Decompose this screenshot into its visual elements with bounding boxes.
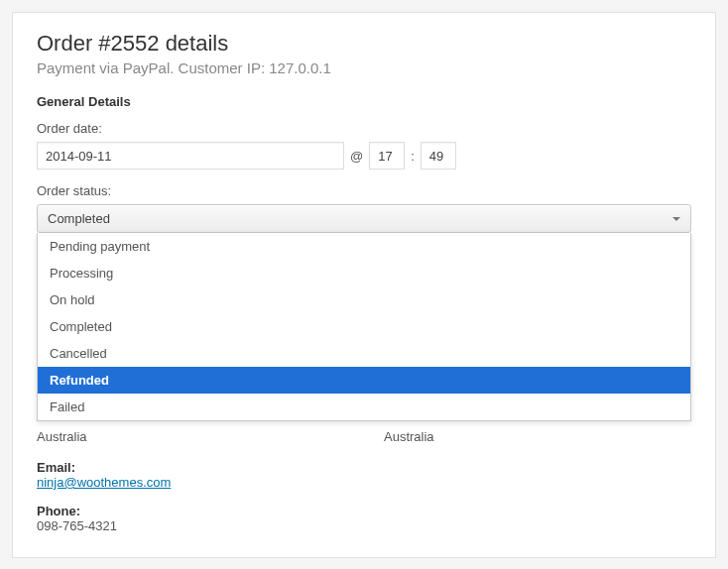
at-symbol: @ [350, 149, 363, 164]
billing-column: Australia Email: ninja@woothemes.com Pho… [37, 429, 344, 533]
shipping-column: Australia [384, 429, 691, 533]
address-section: Australia Email: ninja@woothemes.com Pho… [37, 429, 691, 533]
customer-email-link[interactable]: ninja@woothemes.com [37, 475, 171, 490]
order-date-input[interactable] [37, 142, 344, 170]
order-status-label: Order status: [37, 183, 691, 198]
status-option-refunded[interactable]: Refunded [38, 367, 690, 394]
order-status-wrap: Completed Pending paymentProcessingOn ho… [37, 204, 691, 233]
billing-country: Australia [37, 429, 344, 444]
email-label: Email: [37, 460, 344, 475]
order-status-dropdown: Pending paymentProcessingOn holdComplete… [37, 233, 691, 421]
status-option-processing[interactable]: Processing [38, 260, 690, 286]
phone-label: Phone: [37, 504, 344, 518]
order-minute-input[interactable] [421, 142, 456, 170]
order-status-selected-text: Completed [48, 211, 110, 226]
general-details-heading: General Details [37, 94, 691, 109]
order-date-row: @ : [37, 142, 691, 170]
payment-summary: Payment via PayPal. Customer IP: 127.0.0… [37, 59, 691, 76]
customer-phone: 098-765-4321 [37, 518, 344, 533]
status-option-cancelled[interactable]: Cancelled [38, 340, 690, 367]
status-option-completed[interactable]: Completed [38, 313, 690, 340]
shipping-country: Australia [384, 429, 691, 444]
order-date-label: Order date: [37, 121, 691, 136]
status-option-pending-payment[interactable]: Pending payment [38, 233, 690, 260]
time-colon: : [411, 149, 415, 164]
order-details-panel: Order #2552 details Payment via PayPal. … [12, 12, 716, 558]
status-option-failed[interactable]: Failed [38, 394, 690, 420]
order-status-select[interactable]: Completed [37, 204, 691, 233]
chevron-down-icon [672, 217, 680, 221]
status-option-on-hold[interactable]: On hold [38, 286, 690, 313]
page-title: Order #2552 details [37, 31, 691, 57]
order-hour-input[interactable] [369, 142, 405, 170]
